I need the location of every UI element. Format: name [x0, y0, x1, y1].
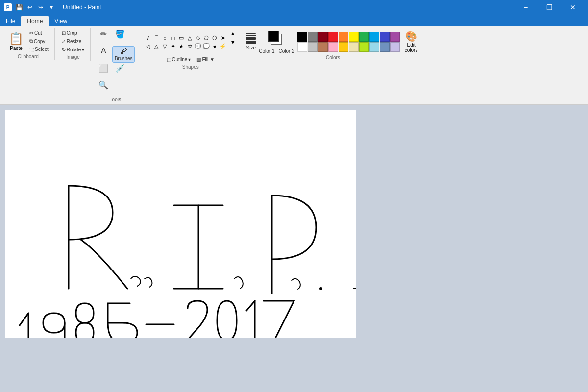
size-control: Size — [246, 33, 256, 50]
palette-color-swatch[interactable] — [308, 42, 318, 52]
star6-shape[interactable]: ✡ — [186, 43, 194, 50]
rounded-rect-shape[interactable]: ▭ — [177, 34, 185, 42]
line-shape[interactable]: / — [144, 34, 152, 42]
fill-style-icon: ▧ — [196, 57, 201, 62]
text-tool[interactable]: A — [96, 46, 111, 62]
left-arrow-shape[interactable]: ◁ — [144, 43, 152, 50]
shapes-scroll-up[interactable]: ▲ — [229, 29, 237, 37]
pencil-tool[interactable]: ✏ — [96, 29, 111, 45]
color-palette — [297, 32, 400, 52]
brushes-icon: 🖌 — [120, 48, 127, 55]
palette-color-swatch[interactable] — [369, 42, 379, 52]
color1-block[interactable] — [268, 31, 279, 42]
minimize-button[interactable]: − — [514, 0, 537, 15]
redo-quick-btn[interactable]: ↪ — [36, 3, 45, 12]
shapes-dropdown[interactable]: ≡ — [229, 47, 237, 55]
fill-tool[interactable]: 🪣 — [112, 29, 128, 45]
magnifier-tool[interactable]: 🔍 — [96, 80, 111, 96]
undo-quick-btn[interactable]: ↩ — [25, 3, 34, 12]
paste-button[interactable]: 📋 Paste — [6, 31, 26, 52]
rect-shape[interactable]: □ — [169, 34, 177, 42]
callout2-shape[interactable]: 💭 — [202, 43, 210, 50]
pencil-icon: ✏ — [100, 30, 107, 38]
shapes-palette: / ⌒ ○ □ ▭ △ ◇ ⬠ ⬡ ➤ ◁ △ ▽ ✦ ★ — [144, 34, 227, 50]
save-quick-btn[interactable]: 💾 — [15, 3, 24, 12]
palette-color-swatch[interactable] — [380, 32, 390, 42]
paste-label: Paste — [10, 46, 23, 51]
eraser-tool[interactable]: ⬜ — [96, 64, 111, 79]
brushes-tool[interactable]: 🖌 Brushes — [112, 46, 135, 63]
heart-shape[interactable]: ♥ — [211, 43, 219, 50]
resize-button[interactable]: ⤢ Resize — [60, 38, 84, 45]
lightning-shape[interactable]: ⚡ — [219, 43, 227, 50]
shapes-scroll-down[interactable]: ▼ — [229, 38, 237, 46]
oval-shape[interactable]: ○ — [161, 34, 169, 42]
brushes-label: Brushes — [115, 56, 133, 61]
palette-color-swatch[interactable] — [339, 42, 348, 52]
canvas-wrapper — [5, 110, 356, 338]
palette-color-swatch[interactable] — [297, 32, 307, 42]
crop-button[interactable]: ⊡ Crop — [60, 29, 79, 37]
select-icon: ⬚ — [29, 47, 34, 52]
close-button[interactable]: ✕ — [562, 0, 584, 15]
palette-color-swatch[interactable] — [359, 32, 369, 42]
paint-canvas[interactable] — [5, 110, 356, 338]
select-label: Select — [35, 47, 49, 52]
right-arrow-shape[interactable]: ➤ — [219, 34, 227, 42]
canvas-drawing — [5, 110, 356, 338]
tab-file[interactable]: File — [0, 16, 21, 26]
palette-color-swatch[interactable] — [297, 42, 307, 52]
cut-button[interactable]: ✂ Cut — [27, 29, 50, 37]
outline-button[interactable]: ⬚ Outline ▾ — [165, 56, 193, 63]
select-button[interactable]: ⬚ Select — [27, 46, 50, 53]
palette-color-swatch[interactable] — [349, 42, 359, 52]
canvas-area[interactable] — [0, 105, 588, 392]
title-bar-left: P 💾 ↩ ↪ ▾ Untitled - Paint — [4, 3, 101, 12]
title-bar-controls: − ❐ ✕ — [514, 0, 584, 15]
color-picker-tool[interactable]: 💉 — [112, 64, 128, 79]
outline-icon: ⬚ — [167, 57, 171, 62]
size-selector[interactable] — [246, 33, 256, 44]
palette-color-swatch[interactable] — [390, 32, 400, 42]
tab-view[interactable]: View — [49, 16, 73, 26]
size-4 — [246, 41, 256, 44]
hexagon-shape[interactable]: ⬡ — [211, 34, 219, 42]
color-active-display — [267, 30, 287, 48]
pentagon-shape[interactable]: ⬠ — [202, 34, 210, 42]
palette-color-swatch[interactable] — [328, 32, 338, 42]
tools-group: ✏ 🪣 A 🖌 Brushes ⬜ — [92, 28, 139, 103]
down-arrow-shape[interactable]: ▽ — [161, 43, 169, 50]
eyedropper-icon: 💉 — [115, 65, 125, 73]
palette-color-swatch[interactable] — [349, 32, 359, 42]
palette-color-swatch[interactable] — [380, 42, 390, 52]
fill-style-button[interactable]: ▧ Fill ▼ — [195, 56, 216, 63]
fill-style-label: Fill ▼ — [202, 57, 214, 62]
palette-color-swatch[interactable] — [328, 42, 338, 52]
restore-button[interactable]: ❐ — [538, 0, 561, 15]
palette-color-swatch[interactable] — [369, 32, 379, 42]
star5-shape[interactable]: ★ — [177, 43, 185, 50]
palette-color-swatch[interactable] — [318, 32, 328, 42]
eraser-icon: ⬜ — [98, 65, 108, 73]
callout1-shape[interactable]: 💬 — [194, 43, 202, 50]
curve-shape[interactable]: ⌒ — [152, 34, 160, 42]
copy-button[interactable]: ⧉ Copy — [27, 37, 50, 45]
up-arrow-shape[interactable]: △ — [152, 43, 160, 50]
colors-group: Size Color 1 Color 2 — [242, 28, 423, 61]
rotate-button[interactable]: ↻ Rotate ▾ — [60, 46, 86, 53]
palette-color-swatch[interactable] — [359, 42, 369, 52]
image-group-content: ⊡ Crop ⤢ Resize ↻ Rotate ▾ — [60, 29, 86, 53]
palette-color-swatch[interactable] — [339, 32, 348, 42]
tab-home[interactable]: Home — [21, 16, 49, 26]
scissors-icon: ✂ — [29, 30, 33, 36]
star4-shape[interactable]: ✦ — [169, 43, 177, 50]
palette-color-swatch[interactable] — [308, 32, 318, 42]
colors-content: Size Color 1 Color 2 — [246, 29, 419, 54]
diamond-shape[interactable]: ◇ — [194, 34, 202, 42]
palette-color-swatch[interactable] — [318, 42, 328, 52]
edit-colors-button[interactable]: 🎨 Edit colors — [403, 29, 420, 54]
palette-color-swatch[interactable] — [390, 42, 400, 52]
triangle-shape[interactable]: △ — [186, 34, 194, 42]
customize-quick-btn[interactable]: ▾ — [47, 3, 56, 12]
cut-label: Cut — [34, 30, 42, 36]
